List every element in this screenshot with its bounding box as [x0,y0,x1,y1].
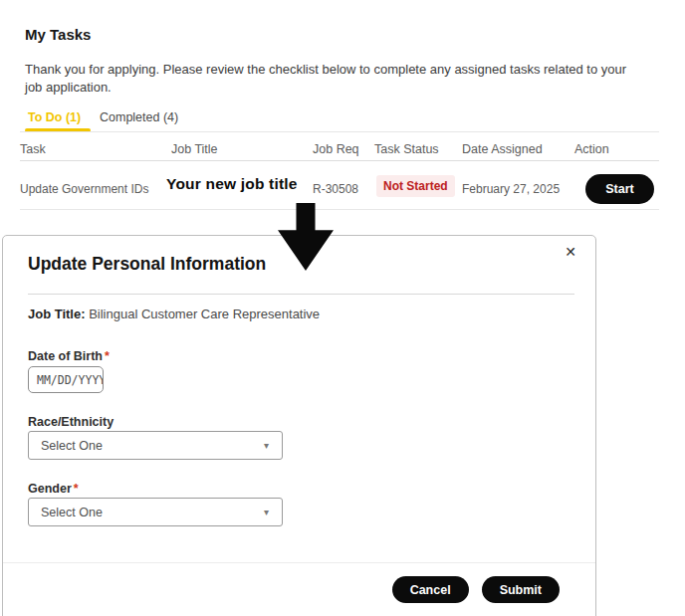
race-ethnicity-selected-value: Select One [41,439,103,453]
date-of-birth-input[interactable] [28,366,104,393]
status-badge: Not Started [376,175,455,197]
job-title-line: Job Title: Bilingual Customer Care Repre… [28,307,320,321]
job-title-label: Job Title: [28,307,86,321]
gender-select[interactable]: Select One ▾ [28,498,283,526]
chevron-down-icon: ▾ [264,440,269,451]
modal-footer-divider [3,562,595,563]
job-req-id: R-30508 [313,182,358,196]
race-ethnicity-select[interactable]: Select One ▾ [28,431,283,460]
column-header-action: Action [574,142,609,156]
required-marker: * [74,482,79,496]
date-assigned: February 27, 2025 [462,182,560,196]
table-row-divider [20,209,659,210]
column-header-date-assigned: Date Assigned [462,142,543,156]
required-marker: * [105,349,110,363]
column-header-job-title: Job Title [171,142,218,156]
task-name: Update Government IDs [20,182,148,196]
column-header-task: Task [20,142,46,156]
tab-todo[interactable]: To Do (1) [28,110,81,124]
date-of-birth-label: Date of Birth* [28,349,110,363]
modal-footer: Cancel Submit [392,576,560,603]
race-ethnicity-label: Race/Ethnicity [28,415,114,429]
table-header-divider [20,160,659,161]
modal-title: Update Personal Information [28,254,266,275]
page-description: Thank you for applying. Please review th… [25,61,640,96]
job-title-value: Bilingual Customer Care Representative [86,307,321,321]
gender-selected-value: Select One [41,506,103,519]
tabs-divider [20,131,659,132]
page: My Tasks Thank you for applying. Please … [0,0,685,616]
update-personal-information-modal: ✕ Update Personal Information Job Title:… [2,235,596,616]
cancel-button[interactable]: Cancel [392,576,469,603]
close-icon[interactable]: ✕ [559,244,582,260]
submit-button[interactable]: Submit [482,576,560,603]
page-title: My Tasks [25,26,91,43]
job-title-annotation: Your new job title [166,175,298,193]
column-header-job-req: Job Req [313,142,359,156]
gender-label: Gender* [28,482,79,496]
column-header-task-status: Task Status [374,142,439,156]
chevron-down-icon: ▾ [264,507,269,517]
start-button[interactable]: Start [585,174,654,204]
tab-completed[interactable]: Completed (4) [100,110,178,124]
modal-title-divider [28,294,574,295]
